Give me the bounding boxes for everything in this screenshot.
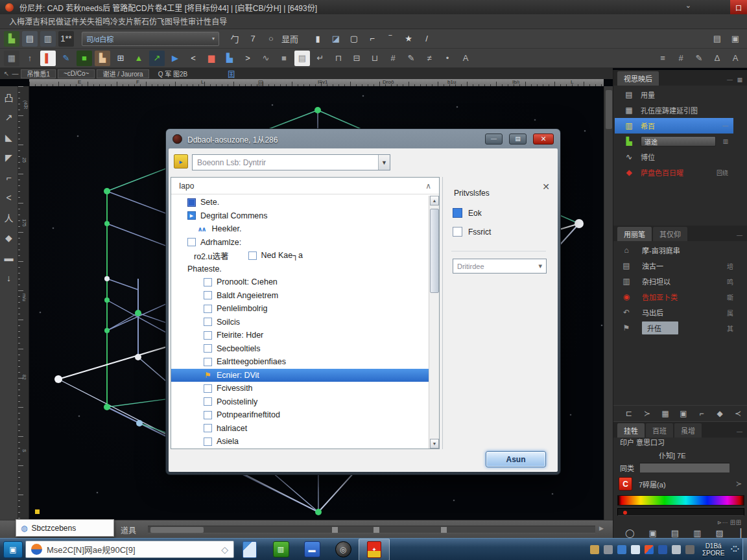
color-spectrum-bar[interactable] <box>617 495 744 506</box>
toolbar-icon[interactable]: ✎ <box>58 51 74 66</box>
scroll-right-icon[interactable]: ▶ <box>599 525 604 531</box>
pin-icon[interactable]: 鸣 <box>727 277 733 286</box>
sidebar-row[interactable]: ∿ 博位 <box>615 149 733 165</box>
h-scrollbar[interactable] <box>148 526 595 533</box>
pin-icon[interactable]: 嘶 <box>727 292 733 302</box>
list-item[interactable]: Pronoolt: Cıehen <box>171 275 429 289</box>
sidebar-row[interactable]: ▤ 用量 <box>615 87 733 102</box>
show-desktop-button[interactable] <box>742 539 747 560</box>
toolbar-icon[interactable]: ▦ <box>4 51 19 66</box>
sidebar-row[interactable]: ◉ 告加亚卜类 嘶 <box>613 289 740 305</box>
toolbar-icon[interactable]: ▤ <box>709 31 725 47</box>
ok-button[interactable]: Asun <box>486 451 546 467</box>
panel-bottom-icon[interactable]: ▣ <box>649 528 657 538</box>
taskbar-app-browser[interactable]: ◎ <box>327 539 359 560</box>
toolbar-icon[interactable]: ▙ <box>4 31 19 47</box>
list-item[interactable]: Soilcis <box>171 316 429 329</box>
tool-icon[interactable]: ↗ <box>1 111 17 123</box>
pin-icon[interactable]: 培 <box>727 261 733 271</box>
sidebar-row[interactable]: ▥ 希百 — <box>615 118 733 134</box>
minimize-button[interactable]: — <box>485 134 503 145</box>
menu-item[interactable]: 飞图导性 <box>157 18 188 27</box>
checkbox[interactable] <box>248 251 257 260</box>
checkbox[interactable] <box>204 397 212 406</box>
sidebar-row[interactable]: ▥ 杂扫坦以 鸣 <box>613 274 740 289</box>
document-tab[interactable]: 谢进 / Jaurora <box>97 69 148 78</box>
start-button[interactable]: ▣ <box>3 541 23 558</box>
checkbox[interactable] <box>204 358 212 366</box>
menu-item[interactable]: 鸣冷支片 <box>102 18 134 27</box>
document-tab[interactable]: ~cD/Co~ <box>58 69 95 78</box>
tool-icon[interactable]: ▬ <box>1 252 17 264</box>
checkbox[interactable] <box>204 384 212 393</box>
row-field[interactable]: 道途 <box>641 136 716 146</box>
list-item[interactable]: Fcivessith <box>171 382 429 395</box>
menu-item[interactable]: 做证件 <box>56 18 79 27</box>
panel1-tab[interactable]: 视思映后 <box>617 71 659 86</box>
checkbox[interactable] <box>204 331 212 340</box>
toolbar-icon[interactable]: 7 <box>245 31 261 47</box>
tray-icon[interactable] <box>672 545 681 554</box>
toolbar-icon[interactable]: 勹 <box>227 31 243 47</box>
maximize-button[interactable]: ▤ <box>509 134 527 145</box>
toolbar-icon[interactable]: ★ <box>401 31 416 47</box>
toolbar-icon[interactable]: ▮ <box>310 31 326 47</box>
send-icon[interactable]: ◇ <box>221 544 228 555</box>
tool-icon[interactable]: ◣ <box>1 132 17 143</box>
toolbar-icon[interactable]: ↗ <box>149 51 165 66</box>
list-item[interactable]: halriacet <box>171 422 429 436</box>
toolbar-icon[interactable]: ▌ <box>40 51 56 66</box>
list-item[interactable]: Penlelimbolrig <box>171 302 429 316</box>
toolbar-icon[interactable]: ▤ <box>22 31 38 47</box>
toolbar-icon[interactable]: A <box>728 51 743 66</box>
search-input[interactable]: Mse2C[N]网ae规90C[9] <box>47 543 136 555</box>
list-item[interactable]: Ealrtteegobienfiaes <box>171 355 429 369</box>
toolbar-icon[interactable]: ↵ <box>313 51 328 66</box>
toolbar-icon[interactable]: ▆ <box>204 51 219 66</box>
tool-icon[interactable]: ◤ <box>1 152 17 163</box>
toolbar-icon[interactable]: ⊓ <box>331 51 346 66</box>
panel-tool-icon[interactable]: ▦ <box>658 406 673 421</box>
sidebar-row[interactable]: ⌂ 摩-亩羽庭串 <box>613 242 740 258</box>
close-icon[interactable]: ✕ <box>540 181 552 192</box>
panel-tool-icon[interactable]: ⌐ <box>694 406 709 421</box>
taskbar-app-docs[interactable]: ▬ <box>296 539 327 560</box>
tray-icon[interactable] <box>631 545 640 554</box>
taskbar-app-green[interactable]: ▥ <box>265 539 296 560</box>
taskbar-app-files[interactable] <box>234 539 265 560</box>
panel3-tab[interactable]: 百班 <box>646 423 673 438</box>
toolbar-icon[interactable]: # <box>385 51 401 66</box>
toolbar-icon[interactable]: < <box>185 51 201 66</box>
tray-icon[interactable] <box>604 545 613 554</box>
toolbar-icon[interactable]: ⊟ <box>349 51 364 66</box>
menu-item[interactable]: 吉科民 <box>32 18 56 27</box>
toolbar-icon[interactable]: ▙ <box>222 51 237 66</box>
toolbar-icon[interactable]: ▙ <box>95 51 110 66</box>
tray-icon[interactable] <box>590 545 599 554</box>
tool-icon[interactable]: < <box>1 192 17 204</box>
toolbar-icon[interactable]: ⊔ <box>367 51 383 66</box>
scrollbar-thumb[interactable] <box>606 90 612 129</box>
list-item[interactable]: Baldt Angeietrem <box>171 289 429 303</box>
tool-icon[interactable]: ↓ <box>1 272 17 284</box>
panel-bottom-icon[interactable]: ◯ <box>625 528 635 538</box>
checkbox[interactable] <box>453 227 462 237</box>
toolbar-icon[interactable]: ∿ <box>258 51 274 66</box>
list-item[interactable]: Heekler. <box>171 222 429 236</box>
toolbar-icon[interactable]: 1** <box>58 31 74 47</box>
menu-item[interactable]: 入梅潭 <box>9 18 32 27</box>
panel-bottom-icon[interactable]: ▥ <box>693 528 701 538</box>
toolbar-icon[interactable]: > <box>240 51 255 66</box>
toolbar-icon[interactable]: ⌐ <box>364 31 380 47</box>
tray-icon[interactable] <box>617 545 626 554</box>
toolbar-icon[interactable]: # <box>673 51 689 66</box>
sidebar-row[interactable]: ▙ 道途 ▥ <box>615 134 733 149</box>
chevron-down-icon[interactable]: ▼ <box>378 155 390 170</box>
taskbar-clock[interactable]: D1Bá ΣPORE <box>702 542 725 557</box>
panel-menu-icon[interactable]: — <box>737 232 744 241</box>
scrollbar-thumb[interactable] <box>150 527 204 533</box>
style-combo[interactable]: 司/d白棕 ▾ <box>82 32 219 46</box>
taskbar-search[interactable]: Mse2C[N]网ae规90C[9] ◇ <box>25 541 234 558</box>
tray-icon[interactable] <box>658 545 667 554</box>
panel-tool-icon[interactable]: ≻ <box>639 406 655 421</box>
